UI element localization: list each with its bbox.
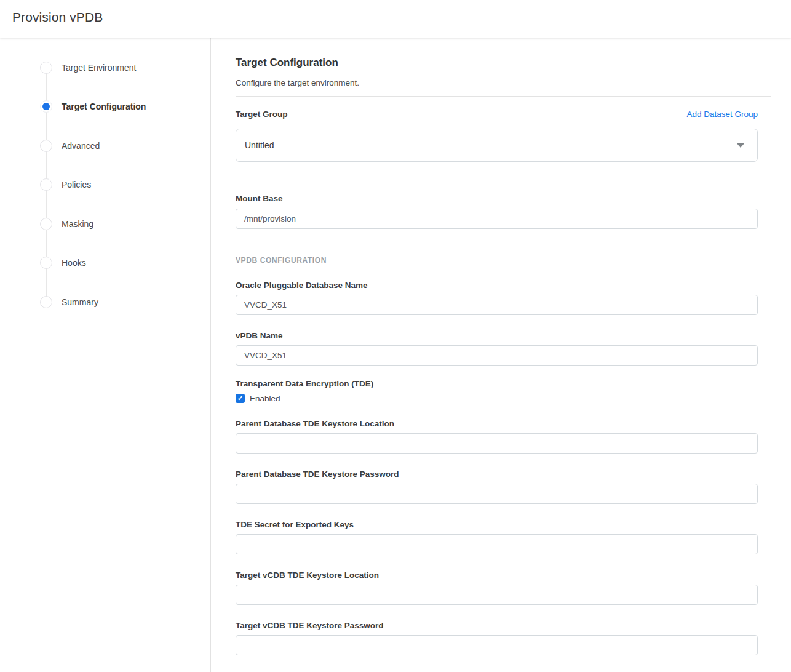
step-circle-icon	[40, 178, 52, 191]
step-target-environment[interactable]: Target Environment	[0, 48, 210, 87]
step-label: Policies	[62, 180, 91, 190]
step-label: Target Environment	[62, 63, 136, 73]
step-circle-icon	[40, 296, 52, 308]
step-circle-icon	[40, 218, 52, 230]
tde-label: Transparent Data Encryption (TDE)	[236, 379, 758, 388]
vpdb-configuration-section-header: VPDB CONFIGURATION	[236, 256, 758, 265]
step-circle-icon	[40, 140, 52, 152]
target-vcdb-tde-keystore-password-label: Target vCDB TDE Keystore Password	[236, 621, 758, 630]
mount-base-label: Mount Base	[236, 194, 758, 203]
oracle-pluggable-database-name-label: Oracle Pluggable Database Name	[236, 281, 758, 290]
step-hooks[interactable]: Hooks	[0, 244, 210, 283]
target-group-select[interactable]: Untitled	[236, 129, 758, 162]
target-group-selected-value: Untitled	[245, 140, 274, 150]
wizard-header: Provision vPDB	[0, 0, 791, 38]
target-vcdb-tde-keystore-location-label: Target vCDB TDE Keystore Location	[236, 570, 758, 580]
page-title: Provision vPDB	[12, 10, 103, 25]
vpdb-name-input[interactable]	[236, 345, 758, 366]
parent-db-tde-keystore-location-label: Parent Database TDE Keystore Location	[236, 419, 758, 428]
step-label: Hooks	[62, 258, 86, 268]
step-target-configuration[interactable]: Target Configuration	[0, 87, 210, 127]
step-summary[interactable]: Summary	[0, 282, 210, 322]
step-label: Summary	[62, 297, 98, 307]
step-circle-icon	[40, 62, 52, 74]
target-configuration-panel: Target Configuration Configure the targe…	[211, 38, 758, 672]
target-vcdb-tde-keystore-location-input[interactable]	[236, 585, 758, 605]
step-advanced[interactable]: Advanced	[0, 126, 210, 166]
oracle-pluggable-database-name-input[interactable]	[236, 295, 758, 315]
target-vcdb-tde-keystore-password-input[interactable]	[236, 635, 758, 655]
mount-base-input[interactable]	[236, 209, 758, 229]
tde-secret-exported-keys-label: TDE Secret for Exported Keys	[236, 520, 758, 529]
add-dataset-group-link[interactable]: Add Dataset Group	[686, 110, 758, 119]
panel-subtitle: Configure the target environment.	[236, 78, 758, 87]
panel-title: Target Configuration	[236, 57, 758, 69]
chevron-down-icon	[737, 143, 744, 148]
step-label: Target Configuration	[62, 102, 146, 111]
panel-divider	[236, 96, 771, 97]
step-masking[interactable]: Masking	[0, 204, 210, 244]
target-group-label: Target Group	[236, 110, 288, 119]
parent-db-tde-keystore-password-input[interactable]	[236, 484, 758, 504]
step-policies[interactable]: Policies	[0, 166, 210, 205]
step-label: Masking	[62, 219, 93, 229]
parent-db-tde-keystore-location-input[interactable]	[236, 433, 758, 454]
tde-enabled-checkbox[interactable]: ✓	[236, 394, 245, 403]
tde-secret-exported-keys-input[interactable]	[236, 534, 758, 554]
step-circle-icon	[40, 257, 52, 269]
wizard-body: Target Environment Target Configuration …	[0, 38, 791, 672]
wizard-stepper: Target Environment Target Configuration …	[0, 38, 211, 672]
vpdb-name-label: vPDB Name	[236, 331, 758, 340]
step-circle-active-icon	[40, 100, 52, 113]
provision-vpdb-wizard: Provision vPDB Target Environment Target…	[0, 0, 791, 672]
step-label: Advanced	[62, 141, 100, 151]
parent-db-tde-keystore-password-label: Parent Database TDE Keystore Password	[236, 470, 758, 479]
tde-enabled-checkbox-label: Enabled	[250, 394, 280, 403]
checkmark-icon: ✓	[237, 395, 243, 402]
